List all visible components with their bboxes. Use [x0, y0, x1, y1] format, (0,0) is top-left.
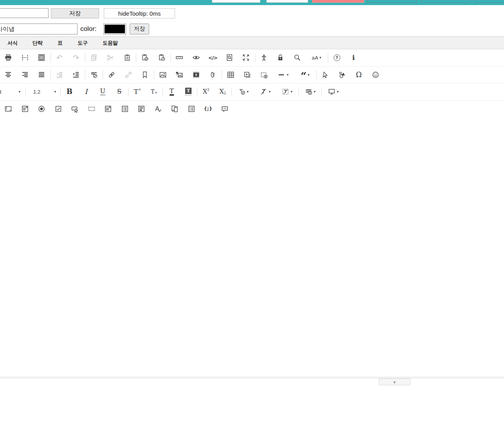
paste-check-button[interactable]	[137, 51, 154, 65]
comment-button[interactable]	[217, 102, 233, 116]
insert-shape-icon	[338, 71, 346, 79]
color-save-button[interactable]: 저장	[130, 23, 149, 34]
image-button[interactable]	[155, 68, 172, 82]
insert-shape-button[interactable]	[334, 68, 351, 82]
line-properties-button[interactable]	[86, 68, 103, 82]
emoticon-button[interactable]	[367, 68, 384, 82]
paragraph-style-button[interactable]: ▾	[299, 85, 321, 99]
topbar-button-2[interactable]	[266, 0, 308, 3]
menu-format[interactable]: 서식	[0, 37, 25, 49]
topbar-button-6[interactable]	[474, 0, 504, 3]
clear-style-button[interactable]: ▾	[254, 85, 276, 99]
ruler-button[interactable]	[171, 51, 188, 65]
cut-button[interactable]	[102, 51, 119, 65]
link-button[interactable]	[103, 68, 120, 82]
topbar-button-4[interactable]	[367, 0, 417, 3]
menu-tools[interactable]: 도구	[70, 37, 95, 49]
push-button-button[interactable]	[67, 102, 83, 116]
top-text-input[interactable]	[0, 8, 49, 18]
select-cursor-button[interactable]	[317, 68, 334, 82]
redo-button[interactable]: ↷	[68, 51, 85, 65]
align-center-button[interactable]	[0, 68, 17, 82]
align-right-button[interactable]	[17, 68, 34, 82]
outdent-button[interactable]	[51, 68, 68, 82]
expand-chevron-button[interactable]: ∨	[379, 378, 410, 385]
paste-time-button[interactable]	[154, 51, 170, 65]
line-height-select[interactable]: 1.2▾	[26, 86, 60, 98]
indent-button[interactable]	[68, 68, 85, 82]
list-field-button[interactable]	[117, 102, 134, 116]
ui-font-button[interactable]: aA▾	[305, 51, 327, 65]
preview-button[interactable]	[188, 51, 205, 65]
info-button[interactable]: i	[345, 51, 362, 65]
copy-style-button[interactable]: ▾	[232, 85, 254, 99]
help-button[interactable]: ?	[329, 51, 345, 65]
bookmark-button[interactable]	[137, 68, 154, 82]
spell-check-button[interactable]	[150, 102, 167, 116]
name-text-input[interactable]	[0, 23, 78, 34]
lock-button[interactable]	[272, 51, 289, 65]
insert-layer-button[interactable]	[239, 68, 256, 82]
superscript-button[interactable]: X2	[198, 85, 215, 99]
align-right-icon	[21, 71, 29, 79]
selection-field-button[interactable]	[83, 102, 100, 116]
topbar-button-5[interactable]	[421, 0, 470, 3]
document-merge-button[interactable]	[166, 102, 183, 116]
clear-format-button[interactable]: ▾	[276, 85, 298, 99]
font-size-up-button[interactable]: T∧	[129, 85, 146, 99]
horizontal-line-button[interactable]: ▾	[272, 68, 294, 82]
table-button[interactable]	[222, 68, 239, 82]
attachment-button[interactable]	[204, 68, 221, 82]
insert-frame-button[interactable]	[256, 68, 273, 82]
font-size-down-button[interactable]: T∨	[146, 85, 163, 99]
display-mode-button[interactable]: ▾	[322, 85, 344, 99]
code-view-button[interactable]: </>	[204, 51, 221, 65]
horizontal-line-icon	[278, 71, 285, 79]
save-button[interactable]: 저장	[51, 8, 99, 18]
menu-help[interactable]: 도움말	[95, 37, 125, 49]
search-button[interactable]	[289, 51, 306, 65]
checkbox-button[interactable]	[50, 102, 67, 116]
topbar-button-3[interactable]	[312, 0, 364, 3]
print-button[interactable]	[0, 51, 17, 65]
strikethrough-button[interactable]: S	[111, 85, 128, 99]
radio-button-button[interactable]	[33, 102, 50, 116]
textarea-field-button[interactable]	[133, 102, 150, 116]
input-field-button[interactable]	[0, 102, 17, 116]
special-character-button[interactable]: Ω	[350, 68, 367, 82]
color-swatch-button[interactable]	[103, 23, 126, 34]
fullscreen-button[interactable]	[238, 51, 255, 65]
toolbar-separator	[231, 87, 232, 96]
page-setup-button[interactable]	[33, 51, 50, 65]
copy-button[interactable]	[86, 51, 103, 65]
paste-button[interactable]	[119, 51, 136, 65]
code-data-button[interactable]: {;}	[200, 102, 217, 116]
copy-icon	[90, 54, 98, 61]
image-gallery-button[interactable]	[171, 68, 188, 82]
page-break-button[interactable]	[17, 51, 34, 65]
bold-button[interactable]: B	[61, 85, 78, 99]
find-document-button[interactable]	[221, 51, 238, 65]
list-properties-button[interactable]	[183, 102, 200, 116]
underline-button[interactable]: U	[94, 85, 111, 99]
hide-tooltip-button[interactable]: hideTooltip: 0ms	[104, 8, 175, 18]
line-properties-icon	[90, 71, 98, 79]
italic-button[interactable]: I	[78, 85, 95, 99]
subscript-button[interactable]: X2	[215, 85, 231, 99]
accessibility-button[interactable]	[256, 51, 273, 65]
undo-button[interactable]: ↶	[51, 51, 68, 65]
combo-field-button[interactable]	[17, 102, 34, 116]
highlight-color-button[interactable]: T	[180, 85, 197, 99]
menu-paragraph[interactable]: 단락	[25, 37, 50, 49]
topbar-button-1[interactable]	[212, 0, 260, 3]
font-color-button[interactable]: T	[163, 85, 180, 99]
editor-content-area[interactable]	[0, 116, 504, 377]
unlink-button[interactable]	[120, 68, 137, 82]
blockquote-button[interactable]: “▾	[294, 68, 316, 82]
menu-table[interactable]: 표	[50, 37, 70, 49]
align-justify-button[interactable]	[33, 68, 50, 82]
font-size-select[interactable]: 10pt▾	[0, 86, 25, 98]
cut-icon	[107, 54, 114, 61]
text-block-field-button[interactable]	[100, 102, 117, 116]
video-button[interactable]	[188, 68, 205, 82]
